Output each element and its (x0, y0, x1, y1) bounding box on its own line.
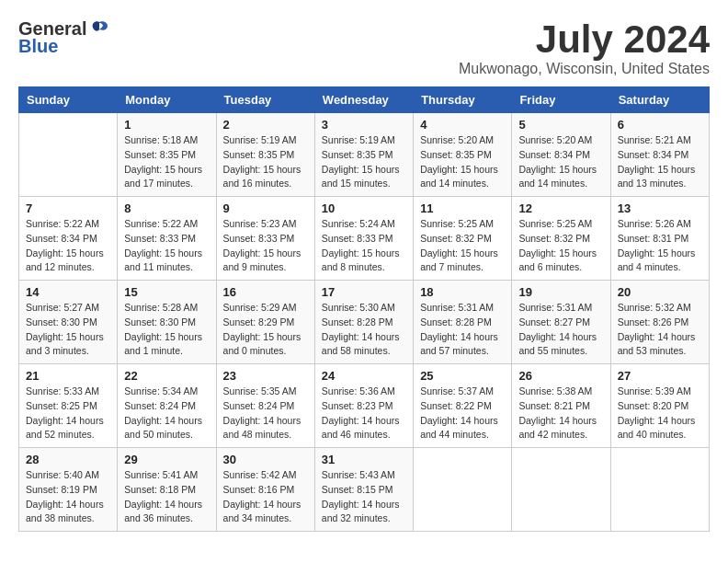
day-info-line: Daylight: 15 hours (223, 164, 301, 175)
day-number: 16 (223, 285, 308, 299)
day-info-line: and 13 minutes. (618, 178, 687, 189)
day-info-line: Daylight: 14 hours (618, 331, 696, 342)
day-info-line: and 8 minutes. (322, 261, 385, 272)
day-info-line: Sunset: 8:27 PM (518, 316, 590, 327)
day-info-line: Sunset: 8:35 PM (223, 149, 295, 160)
day-info: Sunrise: 5:39 AMSunset: 8:20 PMDaylight:… (618, 385, 702, 442)
day-number: 1 (124, 118, 209, 132)
day-info-line: Sunrise: 5:33 AM (26, 385, 99, 396)
day-info-line: Daylight: 14 hours (223, 415, 301, 426)
day-info-line: Sunset: 8:26 PM (618, 316, 689, 327)
day-cell: 30Sunrise: 5:42 AMSunset: 8:16 PMDayligh… (216, 448, 314, 532)
day-info-line: and 4 minutes. (618, 261, 681, 272)
day-info-line: Sunset: 8:24 PM (124, 400, 196, 411)
day-info: Sunrise: 5:36 AMSunset: 8:23 PMDaylight:… (322, 385, 406, 442)
day-info-line: Daylight: 15 hours (26, 247, 104, 259)
calendar-table: SundayMondayTuesdayWednesdayThursdayFrid… (18, 86, 710, 532)
day-info-line: Sunrise: 5:38 AM (518, 385, 592, 396)
day-info-line: Daylight: 15 hours (322, 164, 400, 175)
day-number: 22 (124, 369, 209, 383)
day-number: 13 (618, 201, 702, 215)
day-info: Sunrise: 5:22 AMSunset: 8:33 PMDaylight:… (124, 217, 209, 275)
day-info-line: Sunset: 8:30 PM (26, 316, 97, 327)
day-info-line: Daylight: 14 hours (26, 415, 104, 426)
day-cell: 26Sunrise: 5:38 AMSunset: 8:21 PMDayligh… (512, 364, 610, 448)
day-info-line: Daylight: 15 hours (223, 331, 301, 342)
day-info: Sunrise: 5:32 AMSunset: 8:26 PMDaylight:… (618, 301, 702, 359)
day-info: Sunrise: 5:22 AMSunset: 8:34 PMDaylight:… (26, 217, 110, 275)
day-info-line: Daylight: 15 hours (124, 247, 202, 259)
day-info-line: Sunset: 8:28 PM (420, 316, 492, 327)
day-cell: 15Sunrise: 5:28 AMSunset: 8:30 PMDayligh… (118, 281, 216, 364)
day-info-line: Sunrise: 5:29 AM (223, 302, 297, 313)
day-cell: 31Sunrise: 5:43 AMSunset: 8:15 PMDayligh… (314, 448, 413, 532)
day-info-line: and 58 minutes. (322, 345, 391, 356)
day-cell (610, 448, 709, 532)
day-info-line: Sunset: 8:18 PM (124, 484, 196, 495)
header-day-wednesday: Wednesday (314, 87, 413, 113)
day-info-line: and 34 minutes. (223, 512, 292, 523)
week-row-2: 7Sunrise: 5:22 AMSunset: 8:34 PMDaylight… (19, 197, 710, 281)
day-info-line: and 6 minutes. (518, 261, 582, 272)
day-info-line: and 46 minutes. (322, 429, 391, 440)
day-cell: 28Sunrise: 5:40 AMSunset: 8:19 PMDayligh… (19, 448, 118, 532)
day-info-line: Sunrise: 5:39 AM (618, 385, 691, 396)
day-number: 6 (618, 118, 702, 132)
day-info-line: Sunrise: 5:31 AM (420, 302, 494, 313)
day-info-line: and 55 minutes. (518, 345, 587, 356)
day-cell: 18Sunrise: 5:31 AMSunset: 8:28 PMDayligh… (414, 281, 512, 364)
day-info: Sunrise: 5:24 AMSunset: 8:33 PMDaylight:… (322, 217, 406, 275)
day-info: Sunrise: 5:35 AMSunset: 8:24 PMDaylight:… (223, 385, 308, 442)
day-info-line: Daylight: 15 hours (26, 331, 104, 342)
day-info-line: Daylight: 14 hours (124, 499, 202, 510)
day-info-line: Daylight: 14 hours (322, 415, 400, 426)
day-info-line: Sunset: 8:33 PM (223, 233, 295, 244)
day-info-line: Daylight: 14 hours (420, 415, 498, 426)
day-info-line: Sunrise: 5:28 AM (124, 302, 198, 313)
day-number: 29 (124, 453, 209, 466)
day-cell: 23Sunrise: 5:35 AMSunset: 8:24 PMDayligh… (216, 364, 314, 448)
day-info-line: Sunrise: 5:34 AM (124, 385, 198, 396)
day-number: 24 (322, 369, 406, 383)
day-info: Sunrise: 5:26 AMSunset: 8:31 PMDaylight:… (618, 217, 702, 275)
location: Mukwonago, Wisconsin, United States (459, 61, 710, 77)
day-number: 2 (223, 118, 308, 132)
day-info-line: Sunrise: 5:20 AM (420, 134, 494, 145)
day-number: 5 (518, 118, 603, 132)
day-info-line: and 32 minutes. (322, 512, 391, 523)
day-info: Sunrise: 5:41 AMSunset: 8:18 PMDaylight:… (124, 468, 209, 526)
day-info-line: Sunrise: 5:42 AM (223, 469, 297, 480)
day-cell: 10Sunrise: 5:24 AMSunset: 8:33 PMDayligh… (314, 197, 413, 281)
day-info-line: Daylight: 14 hours (420, 331, 498, 342)
day-info-line: and 17 minutes. (124, 178, 193, 189)
day-number: 11 (420, 201, 505, 215)
header-day-thursday: Thursday (414, 87, 512, 113)
day-number: 20 (618, 285, 702, 299)
day-info-line: Sunset: 8:34 PM (26, 233, 97, 244)
day-info-line: Sunset: 8:35 PM (420, 149, 492, 160)
day-info-line: and 11 minutes. (124, 261, 193, 272)
day-info-line: Sunset: 8:32 PM (518, 233, 590, 244)
day-number: 26 (518, 369, 603, 383)
day-info-line: Sunset: 8:29 PM (223, 316, 295, 327)
week-row-3: 14Sunrise: 5:27 AMSunset: 8:30 PMDayligh… (19, 281, 710, 364)
day-info-line: and 0 minutes. (223, 345, 287, 356)
day-info-line: Sunrise: 5:25 AM (420, 218, 494, 229)
day-cell: 24Sunrise: 5:36 AMSunset: 8:23 PMDayligh… (314, 364, 413, 448)
calendar-header: SundayMondayTuesdayWednesdayThursdayFrid… (19, 87, 710, 113)
day-info-line: Sunrise: 5:19 AM (223, 134, 297, 145)
day-cell: 1Sunrise: 5:18 AMSunset: 8:35 PMDaylight… (118, 113, 216, 197)
day-info-line: and 36 minutes. (124, 512, 193, 523)
day-info-line: Sunrise: 5:31 AM (518, 302, 592, 313)
day-info-line: Daylight: 14 hours (322, 331, 400, 342)
day-number: 12 (518, 201, 603, 215)
day-info-line: Sunrise: 5:23 AM (223, 218, 297, 229)
day-cell: 8Sunrise: 5:22 AMSunset: 8:33 PMDaylight… (118, 197, 216, 281)
day-info: Sunrise: 5:43 AMSunset: 8:15 PMDaylight:… (322, 468, 406, 526)
day-cell: 5Sunrise: 5:20 AMSunset: 8:34 PMDaylight… (512, 113, 610, 197)
header-day-saturday: Saturday (610, 87, 709, 113)
day-info-line: Daylight: 15 hours (618, 247, 696, 259)
day-info-line: Sunrise: 5:22 AM (26, 218, 99, 229)
day-number: 25 (420, 369, 505, 383)
day-info-line: Sunrise: 5:32 AM (618, 302, 691, 313)
